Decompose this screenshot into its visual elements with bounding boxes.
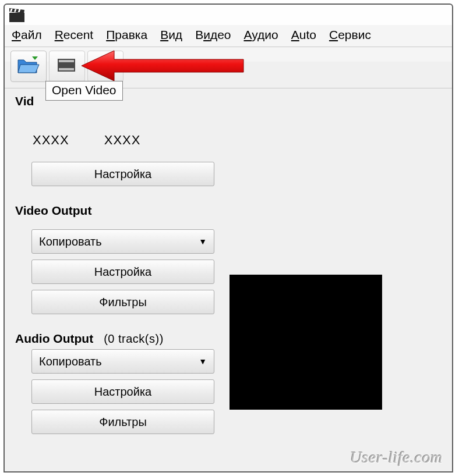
append-video-button[interactable]	[49, 51, 85, 82]
video-output-heading: Video Output	[15, 204, 442, 218]
menu-audio[interactable]: Аудио	[244, 28, 278, 42]
svg-rect-9	[59, 68, 74, 70]
info-icon: i	[94, 54, 116, 79]
svg-rect-8	[59, 60, 74, 62]
film-strip-icon	[55, 55, 79, 78]
chevron-down-icon: ▼	[199, 357, 207, 366]
video-preview	[230, 275, 382, 410]
menu-video[interactable]: Видео	[195, 28, 231, 42]
menubar: Файл Recent Правка Вид Видео Аудио Auto …	[5, 26, 452, 47]
video-output-codec-combo[interactable]: Копировать ▼	[31, 229, 214, 254]
video-decoder-heading: Vid	[15, 94, 442, 108]
video-output-codec-value: Копировать	[39, 235, 102, 248]
menu-view[interactable]: Вид	[160, 28, 182, 42]
audio-output-heading: Audio Output	[15, 332, 93, 346]
svg-marker-6	[18, 65, 39, 73]
app-window: Файл Recent Правка Вид Видео Аудио Auto …	[3, 3, 453, 473]
menu-edit[interactable]: Правка	[106, 28, 147, 42]
audio-output-codec-value: Копировать	[39, 355, 102, 368]
titlebar	[5, 5, 452, 26]
clapperboard-icon	[9, 8, 447, 22]
resolution-width: XXXX	[33, 133, 69, 148]
content-area: Vid XXXX XXXX Настройка Video Output Коп…	[5, 88, 452, 446]
video-output-configure-button[interactable]: Настройка	[31, 260, 214, 284]
svg-text:i: i	[104, 58, 107, 73]
menu-recent[interactable]: Recent	[55, 28, 94, 42]
resolution-row: XXXX XXXX	[15, 119, 442, 162]
folder-open-icon	[17, 55, 40, 78]
info-button[interactable]: i	[87, 51, 123, 82]
svg-rect-0	[9, 13, 24, 22]
video-decoder-configure-button[interactable]: Настройка	[31, 162, 214, 186]
watermark: User-life.com	[350, 448, 443, 467]
menu-service[interactable]: Сервис	[329, 28, 371, 42]
audio-output-codec-combo[interactable]: Копировать ▼	[31, 349, 214, 374]
menu-auto[interactable]: Auto	[291, 28, 316, 42]
menu-file[interactable]: Файл	[12, 28, 42, 42]
toolbar: i Open Video	[5, 47, 452, 88]
audio-output-tracks-count: (0 track(s))	[104, 332, 164, 346]
resolution-height: XXXX	[104, 133, 141, 148]
audio-output-configure-button[interactable]: Настройка	[31, 379, 214, 404]
audio-output-filters-button[interactable]: Фильтры	[31, 410, 214, 434]
video-output-filters-button[interactable]: Фильтры	[31, 290, 214, 314]
open-video-button[interactable]	[10, 51, 47, 82]
chevron-down-icon: ▼	[199, 237, 207, 246]
